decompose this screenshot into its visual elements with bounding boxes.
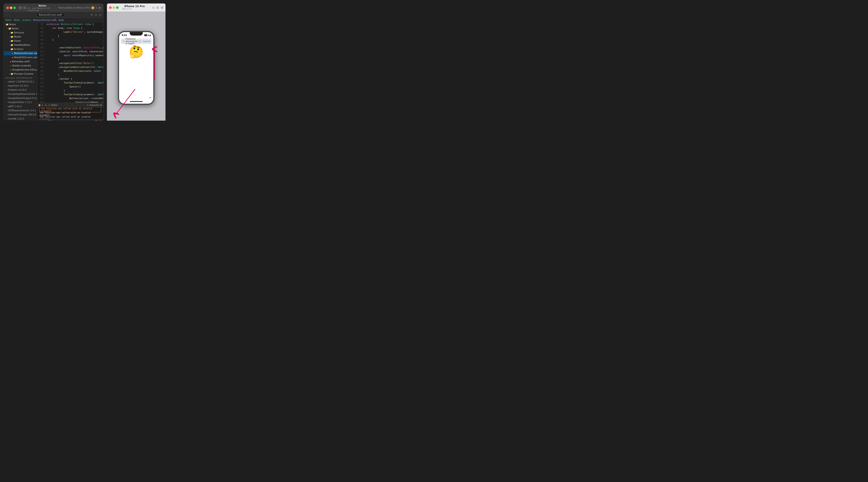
folder-icon: 📁 <box>11 48 13 50</box>
pkg-gu[interactable]: GoogleUtilities 7.13.1 <box>4 100 37 104</box>
pkg-deps-header: Package Dependencies <box>4 76 37 80</box>
window-title: Notes <box>39 4 46 7</box>
ln-54: 54 <box>37 61 43 65</box>
compose-button[interactable]: ✏️ <box>149 96 152 99</box>
sidebar-item-views[interactable]: 📁 Views <box>4 39 37 43</box>
file-navigator: 📁 Notes 📁 Notes 📁 Services 📁 Model <box>4 22 37 121</box>
xcode-toolbar: ‹ › NotesListScreen.swift ⊞ ⊟ ⊡ <box>4 12 103 18</box>
add-icon[interactable]: + <box>96 6 98 9</box>
iphone-search-bar[interactable]: 🔍 Firestone documents in Swift? ✕ Cancel <box>121 38 152 44</box>
swift-icon: ◆ <box>12 56 13 59</box>
sidebar-item-notesapp[interactable]: ◆ NotesApp.swift <box>4 59 37 64</box>
sidebar-item-assets[interactable]: □ Assets.xcassets <box>4 64 37 68</box>
pkg-appcheck[interactable]: AppCheck 10.19.0 <box>4 84 37 88</box>
sidebar-item-noteeditscreen[interactable]: ◆ NoteEditScreen.swift <box>4 55 37 59</box>
ln-63: 63 <box>37 96 43 100</box>
ln-51: 51 <box>37 50 43 54</box>
ln-49: 49 <box>37 42 43 46</box>
run-status: Running Notes on iPhone 15 Pro <box>59 7 90 9</box>
error-icon <box>99 120 101 121</box>
fullscreen-icon[interactable]: ⊞ <box>99 6 101 9</box>
iphone-max-btn[interactable] <box>116 6 119 9</box>
bc-notes2[interactable]: Notes <box>14 19 20 21</box>
code-line-59: ToolbarItem(placement: .bottomBar) { <box>46 81 103 85</box>
sidebar-label: Services <box>14 31 24 34</box>
pkg-label: InteropForGoogle 100.0.0 <box>8 114 36 116</box>
iphone-min-btn[interactable] <box>113 6 115 9</box>
pkg-gtm[interactable]: GTMSessionFetcher 3.4.1 <box>4 109 37 113</box>
play-icon <box>23 6 26 9</box>
sidebar-item-notes[interactable]: 📁 Notes <box>4 27 37 31</box>
rotate-icon[interactable]: ⊟ <box>161 6 163 9</box>
code-line-57: } <box>46 73 103 77</box>
search-clear-button[interactable]: ✕ <box>138 40 141 43</box>
toolbar-center: NotesListScreen.swift <box>11 13 89 17</box>
signal-icon <box>145 34 147 36</box>
bc-file[interactable]: NotesListScreen.swift <box>33 19 56 21</box>
pkg-interop[interactable]: InteropForGoogle 100.0.0 <box>4 113 37 117</box>
breadcrumb: Notes › Notes › Screens › NotesListScree… <box>4 18 103 22</box>
home-icon[interactable]: ⌂ <box>153 6 154 9</box>
code-scroll-area[interactable]: 35 36 46 47 48 49 50 51 52 53 54 55 56 5… <box>37 22 103 102</box>
sidebar-item-model[interactable]: 📁 Model <box>4 35 37 39</box>
folder-icon: 📁 <box>11 40 13 42</box>
debug-area: ⏸ ⏭ ⚙ Notes 1 character ⊞ The function w… <box>37 102 103 119</box>
ln-57: 57 <box>37 73 43 77</box>
code-line-55: .navigationDestination(for: Note.self) {… <box>46 65 103 69</box>
sidebar-item-services[interactable]: 📁 Services <box>4 31 37 35</box>
pause-btn[interactable]: ⏸ <box>41 104 44 107</box>
step-btn[interactable]: ⏭ <box>44 104 47 107</box>
pkg-firebase[interactable]: Firebase 10.24.0 <box>4 88 37 92</box>
search-icon: 🔍 <box>122 40 125 42</box>
square-icon <box>19 6 22 9</box>
code-line-62: ToolbarItem(placement: .bottomBar) { <box>46 93 103 96</box>
pkg-leveldb[interactable]: leveldb 1.22.5 <box>4 117 37 121</box>
folder-icon: 📁 <box>11 44 13 46</box>
swift-icon: ◆ <box>12 52 13 55</box>
titlebar-right: Running Notes on iPhone 15 Pro 2 + ⊞ <box>59 6 101 9</box>
bc-notes1[interactable]: Notes <box>5 19 12 21</box>
sidebar-item-viewmodifiers[interactable]: 📁 ViewModifiers <box>4 43 37 47</box>
error-line-3: The function was called with an invalid … <box>37 116 103 119</box>
ln-56: 56 <box>37 69 43 73</box>
inspector-btn[interactable]: ⊞ <box>90 13 93 16</box>
active-tab[interactable]: NotesListScreen.swift <box>36 13 64 17</box>
sidebar-item-preview[interactable]: 📁 Preview Content <box>4 72 37 76</box>
cancel-button[interactable]: Cancel <box>143 40 150 42</box>
code-line-54: .navigationTitle("Notes") <box>46 61 103 65</box>
error-text-3: The function was called with an invalid … <box>39 116 101 119</box>
sidebar-item-root[interactable]: 📁 Notes <box>4 22 37 27</box>
code-line-56: NoteEditScreen(note: note) <box>46 69 103 73</box>
pkg-grpc[interactable]: gRPC 1.62.2 <box>4 104 37 109</box>
bc-screens[interactable]: Screens <box>22 19 31 21</box>
xcode-titlebar: Notes #1 - Add 'Notes for iOS' sample ap… <box>4 4 103 12</box>
ln-52: 52 <box>37 54 43 58</box>
bc-body[interactable]: body <box>59 19 64 21</box>
iphone-title-info: iPhone 15 Pro iOS 17.4 <box>122 5 145 10</box>
maximize-button[interactable] <box>13 6 16 9</box>
close-button[interactable] <box>6 6 9 9</box>
screenshot-icon[interactable]: ⊡ <box>156 6 159 9</box>
pkg-gam[interactable]: GoogleAppMeasurement 10.24.0 <box>4 92 37 96</box>
sidebar-label: NotesApp.swift <box>12 60 30 63</box>
sidebar-item-noteslistscreen[interactable]: ◆ NotesListScreen.swift <box>4 51 37 55</box>
more-btn[interactable]: ⊡ <box>98 13 102 16</box>
pkg-abseil[interactable]: abseil 1.20240116.01.1 <box>4 80 37 84</box>
debug-btn2[interactable]: ⚙ <box>48 104 51 107</box>
iphone-panel-subtitle: iOS 17.4 <box>122 8 145 10</box>
forward-button[interactable]: › <box>8 13 11 16</box>
sidebar-label: Assets.xcassets <box>12 64 31 67</box>
battery-icon <box>149 34 151 36</box>
swift-icon: ◆ <box>10 61 11 63</box>
sidebar-item-screens[interactable]: 📁 Screens <box>4 47 37 51</box>
layout-btn[interactable]: ⊟ <box>94 13 98 16</box>
filter-label-right: Filter <box>88 120 94 121</box>
back-button[interactable]: ‹ <box>5 13 8 16</box>
pkg-gdt[interactable]: GoogleDataTransport 9.4.0 <box>4 96 37 100</box>
minimize-button[interactable] <box>10 6 12 9</box>
warning-icon <box>95 120 98 121</box>
sidebar-item-plist[interactable]: ≡ GoogleService-Info.plist <box>4 68 37 72</box>
iphone-close-btn[interactable] <box>109 6 112 9</box>
iphone-window-controls <box>109 6 119 9</box>
code-line-48: } <box>46 38 103 42</box>
